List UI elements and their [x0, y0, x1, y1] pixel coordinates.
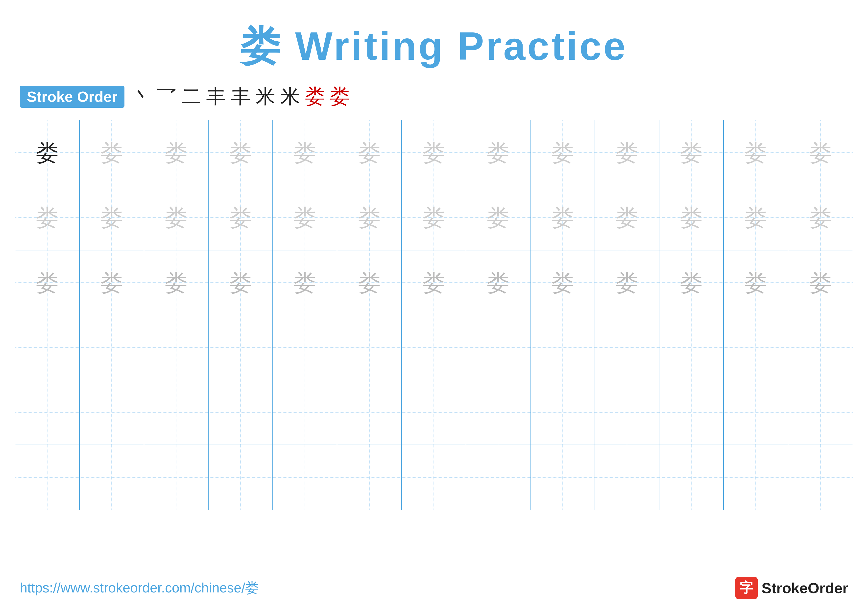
footer-url[interactable]: https://www.strokeorder.com/chinese/娄	[20, 579, 259, 597]
stroke-order-row: Stroke Order 丶 乛 二 丰 丰 米 米 娄 娄	[0, 83, 868, 110]
footer-logo: 字 StrokeOrder	[735, 577, 848, 599]
grid-cell-r1-c11[interactable]: 娄	[659, 120, 724, 185]
grid-cell-r3-c5[interactable]: 娄	[273, 250, 337, 315]
grid-cell-r6-c12[interactable]	[724, 445, 788, 510]
grid-cell-r6-c6[interactable]	[337, 445, 401, 510]
grid-cell-r5-c11[interactable]	[659, 380, 724, 445]
grid-cell-r5-c10[interactable]	[595, 380, 659, 445]
logo-char: 字	[739, 579, 753, 597]
grid-cell-r5-c13[interactable]	[788, 380, 852, 445]
grid-cell-r2-c4[interactable]: 娄	[209, 185, 273, 250]
practice-char-light: 娄	[358, 206, 381, 229]
grid-cell-r3-c12[interactable]: 娄	[724, 250, 788, 315]
grid-cell-r2-c1[interactable]: 娄	[16, 185, 80, 250]
grid-cell-r6-c4[interactable]	[209, 445, 273, 510]
grid-cell-r5-c5[interactable]	[273, 380, 337, 445]
grid-cell-r3-c7[interactable]: 娄	[402, 250, 466, 315]
grid-cell-r3-c2[interactable]: 娄	[80, 250, 144, 315]
grid-cell-r6-c3[interactable]	[144, 445, 209, 510]
grid-cell-r4-c2[interactable]	[80, 315, 144, 380]
grid-row-1: 娄 娄 娄 娄 娄 娄 娄 娄 娄 娄 娄 娄 娄	[16, 120, 852, 185]
grid-cell-r2-c2[interactable]: 娄	[80, 185, 144, 250]
grid-cell-r3-c1[interactable]: 娄	[16, 250, 80, 315]
grid-cell-r1-c10[interactable]: 娄	[595, 120, 659, 185]
grid-cell-r2-c13[interactable]: 娄	[788, 185, 852, 250]
grid-cell-r4-c7[interactable]	[402, 315, 466, 380]
grid-cell-r2-c8[interactable]: 娄	[466, 185, 530, 250]
grid-cell-r3-c6[interactable]: 娄	[337, 250, 401, 315]
grid-cell-r4-c11[interactable]	[659, 315, 724, 380]
grid-cell-r5-c4[interactable]	[209, 380, 273, 445]
grid-cell-r4-c3[interactable]	[144, 315, 209, 380]
grid-cell-r1-c3[interactable]: 娄	[144, 120, 209, 185]
grid-cell-r3-c11[interactable]: 娄	[659, 250, 724, 315]
grid-cell-r2-c7[interactable]: 娄	[402, 185, 466, 250]
grid-cell-r1-c13[interactable]: 娄	[788, 120, 852, 185]
stroke-step-7: 米	[281, 83, 300, 110]
grid-cell-r6-c10[interactable]	[595, 445, 659, 510]
grid-cell-r3-c9[interactable]: 娄	[530, 250, 595, 315]
grid-cell-r1-c2[interactable]: 娄	[80, 120, 144, 185]
grid-cell-r6-c11[interactable]	[659, 445, 724, 510]
grid-cell-r4-c4[interactable]	[209, 315, 273, 380]
grid-cell-r3-c4[interactable]: 娄	[209, 250, 273, 315]
grid-cell-r5-c2[interactable]	[80, 380, 144, 445]
grid-cell-r4-c8[interactable]	[466, 315, 530, 380]
grid-cell-r1-c5[interactable]: 娄	[273, 120, 337, 185]
grid-cell-r2-c10[interactable]: 娄	[595, 185, 659, 250]
grid-cell-r6-c13[interactable]	[788, 445, 852, 510]
grid-cell-r1-c1[interactable]: 娄	[16, 120, 80, 185]
grid-cell-r6-c5[interactable]	[273, 445, 337, 510]
grid-cell-r1-c12[interactable]: 娄	[724, 120, 788, 185]
grid-cell-r1-c9[interactable]: 娄	[530, 120, 595, 185]
grid-cell-r4-c5[interactable]	[273, 315, 337, 380]
grid-cell-r2-c5[interactable]: 娄	[273, 185, 337, 250]
grid-cell-r4-c6[interactable]	[337, 315, 401, 380]
grid-cell-r4-c1[interactable]	[16, 315, 80, 380]
grid-cell-r5-c12[interactable]	[724, 380, 788, 445]
grid-cell-r3-c13[interactable]: 娄	[788, 250, 852, 315]
practice-char-light: 娄	[680, 141, 702, 164]
grid-cell-r1-c4[interactable]: 娄	[209, 120, 273, 185]
grid-cell-r2-c11[interactable]: 娄	[659, 185, 724, 250]
grid-cell-r5-c8[interactable]	[466, 380, 530, 445]
practice-char-light: 娄	[358, 141, 381, 164]
grid-cell-r4-c10[interactable]	[595, 315, 659, 380]
grid-cell-r1-c6[interactable]: 娄	[337, 120, 401, 185]
practice-char-light: 娄	[744, 141, 767, 164]
practice-char-medium-light: 娄	[809, 272, 832, 294]
practice-char-medium-light: 娄	[680, 272, 702, 294]
grid-cell-r4-c12[interactable]	[724, 315, 788, 380]
grid-cell-r6-c8[interactable]	[466, 445, 530, 510]
practice-char-light: 娄	[744, 206, 767, 229]
grid-cell-r2-c3[interactable]: 娄	[144, 185, 209, 250]
grid-cell-r5-c9[interactable]	[530, 380, 595, 445]
practice-char-light: 娄	[552, 141, 574, 164]
grid-cell-r2-c12[interactable]: 娄	[724, 185, 788, 250]
grid-cell-r5-c6[interactable]	[337, 380, 401, 445]
grid-cell-r2-c6[interactable]: 娄	[337, 185, 401, 250]
practice-char-light: 娄	[487, 141, 509, 164]
grid-cell-r6-c7[interactable]	[402, 445, 466, 510]
grid-cell-r2-c9[interactable]: 娄	[530, 185, 595, 250]
grid-cell-r4-c9[interactable]	[530, 315, 595, 380]
grid-cell-r1-c8[interactable]: 娄	[466, 120, 530, 185]
grid-row-6	[16, 445, 852, 510]
grid-cell-r3-c10[interactable]: 娄	[595, 250, 659, 315]
grid-cell-r3-c3[interactable]: 娄	[144, 250, 209, 315]
grid-cell-r1-c7[interactable]: 娄	[402, 120, 466, 185]
grid-cell-r5-c3[interactable]	[144, 380, 209, 445]
practice-char-light: 娄	[487, 206, 509, 229]
grid-cell-r3-c8[interactable]: 娄	[466, 250, 530, 315]
grid-cell-r6-c1[interactable]	[16, 445, 80, 510]
grid-cell-r5-c1[interactable]	[16, 380, 80, 445]
grid-cell-r6-c9[interactable]	[530, 445, 595, 510]
grid-cell-r5-c7[interactable]	[402, 380, 466, 445]
grid-cell-r4-c13[interactable]	[788, 315, 852, 380]
practice-char-medium-light: 娄	[101, 272, 123, 294]
grid-row-4	[16, 315, 852, 380]
practice-char-medium-light: 娄	[744, 272, 767, 294]
practice-char-medium-light: 娄	[616, 272, 638, 294]
practice-char-light: 娄	[36, 206, 58, 229]
grid-cell-r6-c2[interactable]	[80, 445, 144, 510]
